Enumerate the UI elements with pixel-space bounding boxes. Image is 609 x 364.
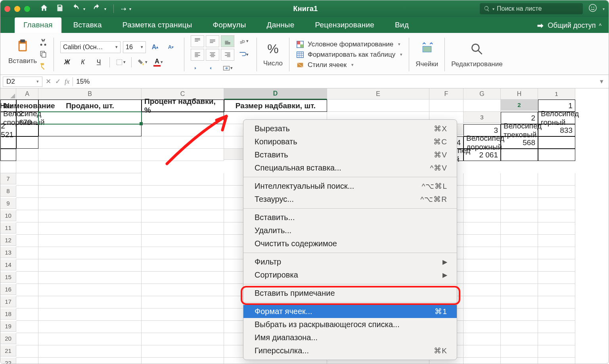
cells-button[interactable]: Ячейки <box>416 41 438 68</box>
cell-empty[interactable] <box>501 358 538 364</box>
row-header-22[interactable]: 22 <box>0 358 16 364</box>
tab-formulas[interactable]: Формулы <box>204 17 255 33</box>
row-header-19[interactable]: 19 <box>0 321 16 332</box>
cm-paste[interactable]: Вставить⌘V <box>243 148 457 161</box>
editing-button[interactable]: Редактирование <box>451 41 503 68</box>
cell-empty[interactable] <box>142 186 224 198</box>
cell-empty[interactable] <box>463 272 501 284</box>
cell-D5[interactable] <box>538 136 575 149</box>
cell-empty[interactable] <box>16 284 38 296</box>
row-header-1[interactable]: 1 <box>538 88 575 100</box>
cell-empty[interactable] <box>16 210 38 222</box>
cell-E3[interactable] <box>38 124 142 136</box>
cell-empty[interactable] <box>463 358 501 364</box>
undo-dropdown[interactable]: ▾ <box>83 7 85 11</box>
save-icon[interactable] <box>56 4 64 14</box>
cm-thesaurus[interactable]: Тезаурус...^⌥⌘R <box>243 193 457 206</box>
redo-dropdown[interactable]: ▾ <box>104 7 106 11</box>
tab-page-layout[interactable]: Разметка страницы <box>114 17 201 33</box>
cell-F5[interactable] <box>16 149 38 161</box>
cell-empty[interactable] <box>38 222 142 235</box>
col-header-F[interactable]: F <box>429 88 463 100</box>
cell-empty[interactable] <box>463 198 501 210</box>
cell-empty[interactable] <box>16 222 38 235</box>
cell-empty[interactable] <box>501 333 538 345</box>
cell-empty[interactable] <box>501 186 538 198</box>
tab-view[interactable]: Вид <box>386 17 417 33</box>
cell-empty[interactable] <box>538 198 575 210</box>
cell-empty[interactable] <box>16 272 38 284</box>
align-left-icon[interactable] <box>191 49 204 61</box>
cell-empty[interactable] <box>463 308 501 321</box>
select-all-corner[interactable] <box>0 88 16 100</box>
decrease-font-icon[interactable]: A▾ <box>164 41 178 53</box>
qat-customize-icon[interactable]: ⇢ <box>121 5 126 13</box>
cm-insert-comment[interactable]: Вставить примечание <box>243 287 457 300</box>
cell-F3[interactable] <box>142 124 224 136</box>
cell-empty[interactable] <box>501 284 538 296</box>
cm-filter[interactable]: Фильтр▶ <box>243 255 457 268</box>
cell-empty[interactable] <box>501 247 538 259</box>
cell-empty[interactable] <box>501 222 538 235</box>
cell-E1[interactable]: Размер надбавки, шт. <box>224 100 327 112</box>
cell-empty[interactable] <box>38 308 142 321</box>
cm-range-name[interactable]: Имя диапазона... <box>243 331 457 344</box>
cell-D3[interactable] <box>16 124 38 136</box>
collapse-ribbon-icon[interactable]: ^ <box>599 23 601 29</box>
bold-button[interactable]: Ж <box>60 56 74 68</box>
col-header-A[interactable]: A <box>16 88 38 100</box>
cm-cut[interactable]: Вырезать⌘X <box>243 122 457 135</box>
align-middle-icon[interactable] <box>206 35 219 47</box>
cell-empty[interactable] <box>463 235 501 247</box>
font-name-select[interactable]: Calibri (Осн… <box>60 41 121 53</box>
cell-empty[interactable] <box>16 198 38 210</box>
paste-button[interactable]: Вставить <box>8 38 37 65</box>
cell-empty[interactable] <box>16 235 38 247</box>
row-header-15[interactable]: 15 <box>0 272 16 283</box>
cell-empty[interactable] <box>38 272 142 284</box>
align-top-icon[interactable] <box>191 35 204 47</box>
cut-icon[interactable] <box>39 38 47 48</box>
row-header-14[interactable]: 14 <box>0 259 16 270</box>
font-color-button[interactable]: А <box>151 56 165 68</box>
feedback-caret[interactable]: ▾ <box>603 7 605 11</box>
cell-empty[interactable] <box>142 235 224 247</box>
cell-empty[interactable] <box>538 259 575 272</box>
share-button[interactable]: Общий доступ ^ <box>536 21 609 33</box>
cell-empty[interactable] <box>142 333 224 345</box>
cell-empty[interactable] <box>142 272 224 284</box>
cell-empty[interactable] <box>538 333 575 345</box>
cell-empty[interactable] <box>16 321 38 333</box>
align-bottom-icon[interactable] <box>221 35 234 47</box>
cell-empty[interactable] <box>463 284 501 296</box>
cm-paste-special[interactable]: Специальная вставка...^⌘V <box>243 161 457 174</box>
cell-empty[interactable] <box>463 333 501 345</box>
cell-empty[interactable] <box>16 173 38 186</box>
cell-empty[interactable] <box>38 259 142 272</box>
row-header-9[interactable]: 9 <box>0 198 16 209</box>
cell-empty[interactable] <box>501 173 538 186</box>
cell-empty[interactable] <box>538 173 575 186</box>
cell-empty[interactable] <box>463 173 501 186</box>
conditional-formatting-button[interactable]: Условное форматирование▾ <box>296 40 400 49</box>
cell-B3[interactable]: Велосипед горный <box>538 112 575 124</box>
close-window-button[interactable] <box>4 6 10 12</box>
row-header-21[interactable]: 21 <box>0 345 16 356</box>
cell-empty[interactable] <box>501 210 538 222</box>
cell-empty[interactable] <box>142 173 224 186</box>
cell-empty[interactable] <box>38 296 142 308</box>
tab-data[interactable]: Данные <box>258 17 303 33</box>
cell-empty[interactable] <box>38 321 142 333</box>
cell-empty[interactable] <box>538 235 575 247</box>
enter-formula-icon[interactable]: ✓ <box>55 77 61 86</box>
undo-icon[interactable] <box>71 4 80 14</box>
cell-empty[interactable] <box>142 308 224 321</box>
cell-G6[interactable] <box>16 161 38 173</box>
row-header-16[interactable]: 16 <box>0 284 16 295</box>
cell-empty[interactable] <box>38 173 142 186</box>
cell-empty[interactable] <box>463 296 501 308</box>
cell-C4[interactable]: 833 <box>538 124 575 136</box>
cell-empty[interactable] <box>38 358 142 364</box>
number-format-button[interactable]: % Число <box>263 42 283 67</box>
redo-icon[interactable] <box>92 4 101 14</box>
